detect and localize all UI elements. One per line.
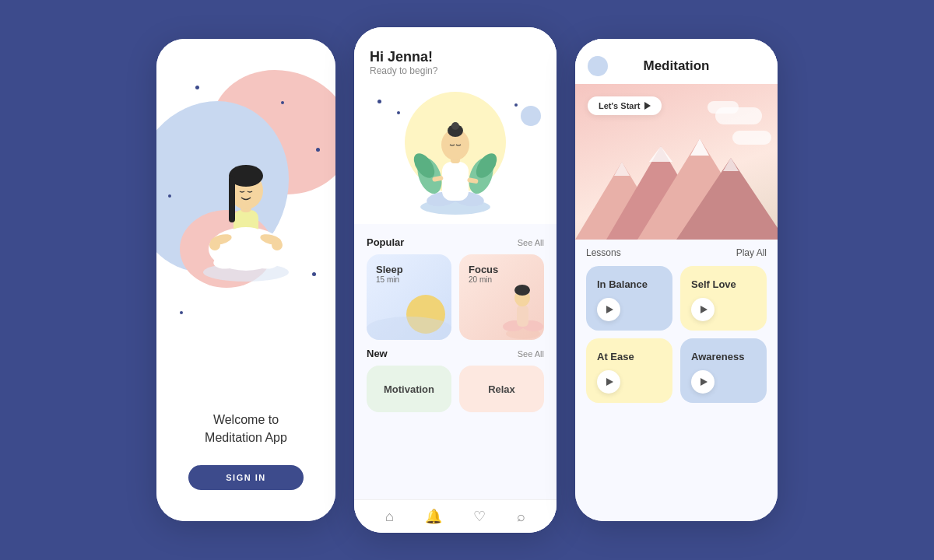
lesson4-play[interactable] [691,370,715,394]
dot [195,86,199,89]
hero-dot [514,103,518,107]
welcome-line2: Meditation App [205,431,287,444]
heart-icon[interactable]: ♡ [473,508,486,525]
screen3-header: Meditation [575,39,778,84]
svg-point-9 [272,240,283,250]
lesson4-name: Awareness [691,351,744,362]
play-all-button[interactable]: Play All [736,247,767,258]
bell-icon[interactable]: 🔔 [425,508,442,525]
lesson-self-love[interactable]: Self Love [680,266,767,331]
screen1: Welcome to Meditation App SIGN IN [156,39,335,521]
focus-card[interactable]: Focus 20 min [459,254,544,340]
svg-point-27 [451,122,459,130]
svg-rect-17 [442,162,469,201]
svg-marker-40 [723,158,739,171]
screen3-hero: Let's Start [575,84,778,240]
lessons-label: Lessons [586,247,621,258]
screen3-content: Lessons Play All In Balance Self Love [575,240,778,521]
phone-home: Hi Jenna! Ready to begin? [354,27,557,533]
new-header: New See All [367,348,544,359]
play-tri-icon2 [700,306,708,313]
popular-cards: Sleep 15 min Focus 20 min [367,254,544,340]
notification-dot [521,106,541,126]
svg-marker-41 [614,162,630,176]
sleep-duration: 15 min [376,275,442,284]
sleep-card[interactable]: Sleep 15 min [367,254,451,340]
welcome-text: Welcome to Meditation App SIGN IN [188,411,303,490]
welcome-line1: Welcome to [213,413,279,426]
meditation-figure-s1 [191,117,300,288]
see-all-popular[interactable]: See All [518,238,544,247]
phone-welcome: Welcome to Meditation App SIGN IN [156,39,335,521]
lesson-in-balance[interactable]: In Balance [586,266,672,331]
dot [180,311,183,314]
phone-meditation: Meditation [575,39,778,521]
new-cards: Motivation Relax [367,366,544,412]
popular-label: Popular [367,236,404,248]
screen2-content: Popular See All Sleep 15 min Focus 20 mi… [354,224,557,499]
signin-button[interactable]: SIGN IN [188,465,303,490]
svg-marker-39 [690,138,709,156]
motivation-card[interactable]: Motivation [367,366,451,412]
focus-label: Focus [469,264,535,275]
lets-start-button[interactable]: Let's Start [588,96,662,115]
play-arrow-icon [644,102,651,110]
hero-dot [397,111,400,114]
screens-container: Welcome to Meditation App SIGN IN Hi Jen… [141,12,793,548]
home-icon[interactable]: ⌂ [385,509,394,525]
greeting-subtitle: Ready to begin? [370,65,541,76]
screen3: Meditation [575,39,778,521]
svg-rect-31 [517,305,528,327]
lets-start-label: Let's Start [599,101,640,110]
svg-point-5 [223,227,269,255]
cloud-2 [708,101,739,114]
lesson1-name: In Balance [597,278,648,290]
lesson2-name: Self Love [691,278,736,290]
back-button[interactable] [588,56,608,76]
motivation-label: Motivation [384,383,434,395]
screen2-hero [354,84,557,224]
svg-point-33 [514,285,530,296]
relax-label: Relax [488,383,515,395]
lesson-awareness[interactable]: Awareness [680,338,767,403]
svg-rect-13 [229,176,235,222]
play-tri-icon4 [700,378,708,386]
cloud-shape [367,317,451,340]
hero-dot [377,100,381,103]
hero-meditation-figure [413,92,498,216]
lesson2-play[interactable] [691,298,715,321]
welcome-title: Welcome to Meditation App [188,411,303,446]
search-icon[interactable]: ⌕ [517,509,525,525]
sleep-label: Sleep [376,264,442,275]
dot [281,101,284,104]
popular-header: Popular See All [367,236,544,248]
lessons-grid: In Balance Self Love At Ease [586,266,767,403]
screen3-title: Meditation [644,58,710,74]
focus-person-icon [501,278,544,340]
dot [316,148,320,152]
lesson1-play[interactable] [597,298,620,321]
svg-point-8 [209,240,220,250]
bottom-nav: ⌂ 🔔 ♡ ⌕ [354,499,557,533]
dot [168,194,171,198]
screen2-header: Hi Jenna! Ready to begin? [354,27,557,84]
lessons-header: Lessons Play All [586,247,767,258]
dot [312,272,316,276]
see-all-new[interactable]: See All [518,349,544,359]
svg-marker-38 [649,146,672,162]
screen2: Hi Jenna! Ready to begin? [354,27,557,533]
lesson3-name: At Ease [597,351,634,362]
play-tri-icon3 [606,378,613,386]
new-label: New [367,348,388,359]
play-tri-icon [606,306,613,313]
greeting-name: Hi Jenna! [370,49,541,65]
lesson-at-ease[interactable]: At Ease [586,338,672,403]
mountain-illustration [575,115,778,240]
relax-card[interactable]: Relax [459,366,544,412]
lesson3-play[interactable] [597,370,620,394]
